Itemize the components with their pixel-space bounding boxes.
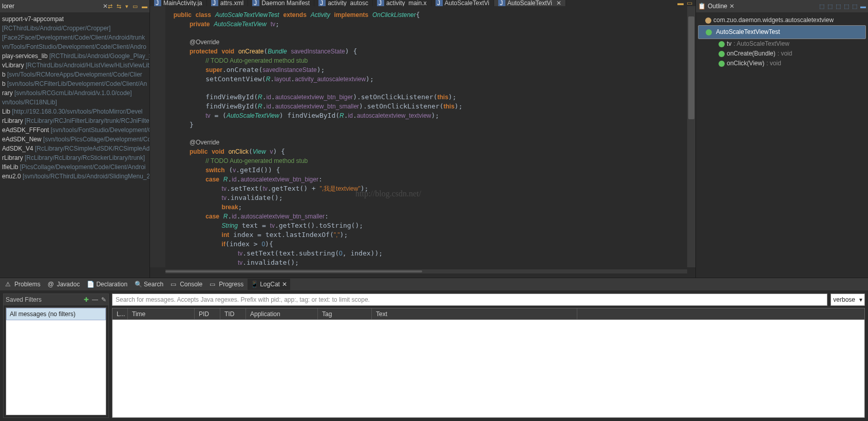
svg-text:J: J [156, 0, 159, 6]
add-filter-icon[interactable]: ✚ [84, 296, 89, 303]
editor-tab[interactable]: JMainActivity.ja [150, 0, 207, 6]
outline-view: 📋 Outline ✕ ⬚ ⬚ ⬚ ⬚ ⬚ ▬ com.zuo.daemon.w… [695, 0, 868, 278]
close-icon[interactable]: ✕ [556, 0, 561, 6]
bottom-tab-progress[interactable]: ▭Progress [206, 279, 247, 290]
table-header-cell[interactable]: L... [112, 308, 128, 320]
collapse-icon[interactable]: ⇄ [108, 3, 112, 10]
explorer-item[interactable]: vLibrary [RCThirdLibs/Android/HListView/… [0, 61, 149, 70]
edit-filter-icon[interactable]: ✎ [101, 296, 106, 303]
table-header-cell[interactable]: Tag [318, 308, 372, 320]
explorer-item[interactable]: lfieLib [PicsCollage/Development/Code/Cl… [0, 162, 149, 172]
explorer-item[interactable]: vn/tools/RCI18NLib] [0, 98, 149, 107]
close-icon[interactable]: ✕ [282, 281, 287, 288]
outline-member[interactable]: onClick(View) : void [698, 59, 866, 68]
bottom-tab-problems[interactable]: ⚠Problems [2, 279, 44, 290]
outline-title: Outline [708, 3, 727, 10]
java-file-icon: J [436, 0, 443, 6]
explorer-title: lorer [2, 3, 101, 10]
svg-text:J: J [320, 0, 323, 6]
explorer-item[interactable]: eAdSDK_FFFont [svn/tools/FontStudio/Deve… [0, 125, 149, 135]
filters-title: Saved Filters [6, 296, 84, 303]
logcat-table[interactable]: L...TimePIDTIDApplicationTagText [112, 308, 865, 418]
table-header-cell[interactable]: Text [372, 308, 577, 320]
close-icon[interactable]: ✕ [103, 3, 108, 10]
explorer-item[interactable]: enu2.0 [svn/tools/RCThirdLibs/Android/Sl… [0, 172, 149, 181]
explorer-item[interactable]: eAdSDK_New [svn/tools/PicsCollage/Develo… [0, 135, 149, 144]
min-icon[interactable]: ▬ [142, 3, 147, 10]
java-file-icon: J [498, 0, 505, 6]
logcat-main: Search for messages. Accepts Java regexe… [112, 294, 865, 418]
bottom-tab-console[interactable]: ▭Console [167, 279, 205, 290]
tab-icon: ▭ [210, 281, 217, 288]
sort-icon[interactable]: ⬚ [819, 3, 824, 10]
editor-tab[interactable]: JAutoScaleTextVi [431, 0, 494, 6]
explorer-item[interactable]: [RCThirdLibs/Android/Cropper/Cropper] [0, 24, 149, 33]
tool-icon[interactable]: ⬚ [844, 3, 849, 10]
method-icon [719, 61, 725, 67]
explorer-tree[interactable]: support-v7-appcompat[RCThirdLibs/Android… [0, 12, 149, 278]
table-header-cell[interactable]: TID [220, 308, 246, 320]
tab-icon: 📱 [251, 281, 258, 288]
filters-list[interactable]: All messages (no filters) [6, 307, 106, 415]
log-level-select[interactable]: verbose▾ [831, 294, 865, 306]
outline-package[interactable]: com.zuo.daemon.widgets.autoscaletextview [698, 15, 866, 25]
outline-member[interactable]: tv : AutoScaleTextView [698, 39, 866, 49]
editor-tab[interactable]: JAutoScaleTextVi✕ [494, 0, 566, 6]
filter-item[interactable]: All messages (no filters) [6, 308, 106, 320]
bottom-tab-javadoc[interactable]: @Javadoc [45, 279, 83, 290]
outline-tree[interactable]: com.zuo.daemon.widgets.autoscaletextview… [696, 12, 868, 71]
vertical-scrollbar[interactable] [687, 6, 695, 267]
explorer-item[interactable]: rLibrary [RcLibrary/RCJniFilterLibrary/t… [0, 116, 149, 125]
class-icon [706, 29, 712, 35]
remove-filter-icon[interactable]: — [92, 296, 98, 303]
explorer-item[interactable]: rLibrary [RcLibrary/RcLibrary/RcStickerL… [0, 153, 149, 162]
editor-tab[interactable]: Jactivity_autosc [314, 0, 373, 6]
logcat-search-input[interactable]: Search for messages. Accepts Java regexe… [112, 294, 827, 306]
tab-icon: @ [48, 281, 55, 288]
code-editor[interactable]: public class AutoScaleTextViewTest exten… [165, 6, 687, 267]
outline-class[interactable]: AutoScaleTextViewTest [698, 25, 866, 39]
explorer-item[interactable]: b [svn/tools/RCFilterLib/Development/Cod… [0, 79, 149, 88]
min-icon[interactable]: ▬ [677, 0, 684, 6]
editor-tab[interactable]: Jattrs.xml [207, 0, 248, 6]
close-icon[interactable]: ✕ [729, 3, 734, 10]
explorer-item[interactable]: b [svn/Tools/RCMoreApps/Development/Code… [0, 70, 149, 79]
max-icon[interactable]: ▭ [687, 0, 692, 6]
filter-icon[interactable]: ▾ [125, 3, 128, 10]
outline-member[interactable]: onCreate(Bundle) : void [698, 49, 866, 59]
explorer-item[interactable]: [Face2Face/Development/Code/Client/Andro… [0, 33, 149, 42]
tab-icon: ⚠ [5, 281, 12, 288]
java-file-icon: J [377, 0, 384, 6]
bottom-tab-declaration[interactable]: 📄Declaration [84, 279, 130, 290]
min-icon[interactable]: ▬ [860, 3, 866, 10]
tool-icon[interactable]: ⬚ [852, 3, 857, 10]
bottom-tab-logcat[interactable]: 📱LogCat ✕ [248, 279, 290, 290]
explorer-item[interactable]: play-services_lib [RCThirdLibs/Android/G… [0, 51, 149, 61]
package-icon [705, 17, 711, 24]
explorer-toolbar: ⇄ ⇆ ▾ ▭ ▬ [108, 3, 147, 10]
explorer-item[interactable]: rary [svn/tools/RCGcmLib/Android/v.1.0.0… [0, 88, 149, 98]
editor-tabs: JMainActivity.jaJattrs.xmlJDaemon Manife… [150, 0, 695, 6]
editor-tab[interactable]: Jactivity_main.x [373, 0, 431, 6]
method-icon [719, 51, 725, 57]
explorer-item[interactable]: vn/Tools/FontStudio/Development/Code/Cli… [0, 42, 149, 51]
horizontal-scrollbar[interactable] [165, 269, 687, 273]
chevron-down-icon: ▾ [859, 296, 862, 303]
table-header-cell[interactable]: Application [246, 308, 318, 320]
table-header-cell[interactable]: PID [195, 308, 220, 320]
link-icon[interactable]: ⇆ [117, 3, 121, 10]
explorer-item[interactable]: support-v7-appcompat [0, 14, 149, 24]
svg-text:J: J [254, 0, 257, 6]
explorer-item[interactable]: AdSDK_V4 [RcLibrary/RCSimpleAdSDK/RCSimp… [0, 144, 149, 153]
table-header-cell[interactable]: Time [128, 308, 195, 320]
tool-icon[interactable]: ⬚ [836, 3, 841, 10]
outline-icon: 📋 [698, 3, 706, 10]
tool-icon[interactable]: ⬚ [827, 3, 833, 10]
editor-tab[interactable]: JDaemon Manifest [248, 0, 314, 6]
package-explorer: lorer ✕ ⇄ ⇆ ▾ ▭ ▬ support-v7-appcompat[R… [0, 0, 150, 278]
explorer-item[interactable]: Lib [http://192.168.0.30/svn/tools/Photo… [0, 107, 149, 116]
menu-icon[interactable]: ▭ [133, 3, 138, 10]
svg-text:J: J [500, 0, 503, 6]
bottom-tab-search[interactable]: 🔍Search [131, 279, 166, 290]
outline-label: AutoScaleTextViewTest [716, 27, 780, 37]
